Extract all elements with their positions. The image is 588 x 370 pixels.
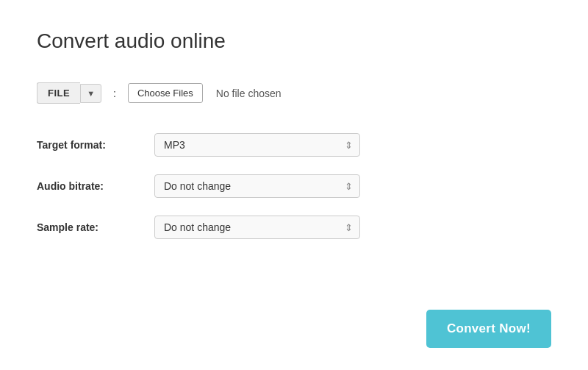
dropdown-arrow-icon: ▼ bbox=[87, 89, 95, 98]
sample-rate-label: Sample rate: bbox=[37, 221, 154, 233]
sample-rate-select-wrapper: Do not change 8000 Hz 11025 Hz 22050 Hz … bbox=[154, 216, 360, 239]
convert-now-button[interactable]: Convert Now! bbox=[426, 310, 551, 348]
sample-rate-select[interactable]: Do not change 8000 Hz 11025 Hz 22050 Hz … bbox=[154, 216, 360, 239]
audio-bitrate-row: Audio bitrate: Do not change 32 kbps 64 … bbox=[37, 174, 551, 198]
file-label-button[interactable]: FILE bbox=[37, 82, 80, 104]
target-format-label: Target format: bbox=[37, 139, 154, 151]
file-button-group: FILE ▼ bbox=[37, 82, 101, 104]
audio-bitrate-label: Audio bitrate: bbox=[37, 180, 154, 192]
file-colon: : bbox=[113, 88, 116, 99]
target-format-select[interactable]: MP3 AAC WAV OGG FLAC WMA M4A bbox=[154, 133, 360, 157]
audio-bitrate-select[interactable]: Do not change 32 kbps 64 kbps 96 kbps 12… bbox=[154, 174, 360, 198]
sample-rate-row: Sample rate: Do not change 8000 Hz 11025… bbox=[37, 216, 551, 239]
target-format-select-wrapper: MP3 AAC WAV OGG FLAC WMA M4A bbox=[154, 133, 360, 157]
file-dropdown-button[interactable]: ▼ bbox=[80, 84, 101, 103]
choose-files-button[interactable]: Choose Files bbox=[128, 83, 203, 103]
target-format-row: Target format: MP3 AAC WAV OGG FLAC WMA … bbox=[37, 133, 551, 157]
main-container: Convert audio online FILE ▼ : Choose Fil… bbox=[0, 0, 588, 370]
audio-bitrate-select-wrapper: Do not change 32 kbps 64 kbps 96 kbps 12… bbox=[154, 174, 360, 198]
page-title: Convert audio online bbox=[37, 29, 551, 53]
no-file-text: No file chosen bbox=[216, 88, 282, 99]
file-row: FILE ▼ : Choose Files No file chosen bbox=[37, 82, 551, 104]
